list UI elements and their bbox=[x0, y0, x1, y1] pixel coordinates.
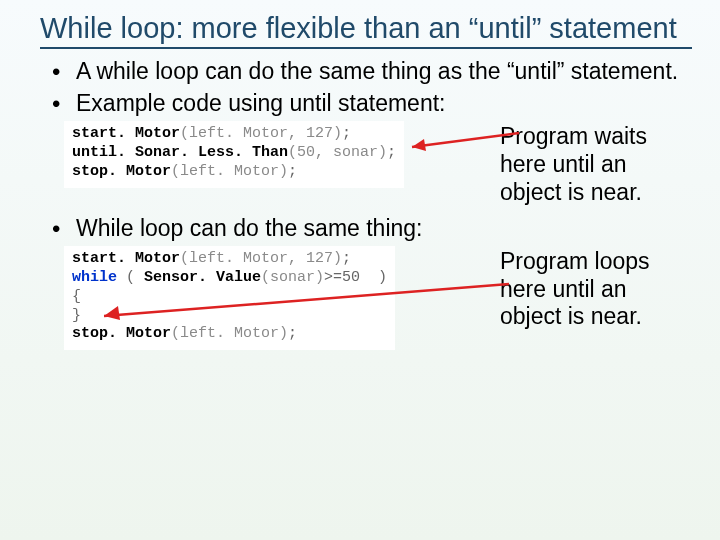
code-token: (50, sonar) bbox=[288, 144, 387, 161]
code-token: (left. Motor) bbox=[171, 325, 288, 342]
code-token: ; bbox=[387, 144, 396, 161]
bullet-list: A while loop can do the same thing as th… bbox=[40, 57, 692, 117]
code-token: ; bbox=[342, 125, 351, 142]
bullet-1: A while loop can do the same thing as th… bbox=[40, 57, 692, 85]
code-token: Sensor. Value bbox=[144, 269, 261, 286]
code-token: ; bbox=[288, 163, 297, 180]
code-token: start. Motor bbox=[72, 125, 180, 142]
code-token: ) bbox=[369, 269, 387, 286]
code-token: until. Sonar. Less. Than bbox=[72, 144, 288, 161]
code-token: (left. Motor, 127) bbox=[180, 250, 342, 267]
code-token: stop. Motor bbox=[72, 325, 171, 342]
example-2-row: start. Motor(left. Motor, 127); while ( … bbox=[64, 246, 692, 350]
annotation-2: Program loops here until an object is ne… bbox=[492, 246, 692, 331]
example-1-row: start. Motor(left. Motor, 127); until. S… bbox=[64, 121, 692, 206]
annotation-1: Program waits here until an object is ne… bbox=[492, 121, 692, 206]
code-token: (left. Motor) bbox=[171, 163, 288, 180]
code-token: (sonar) bbox=[261, 269, 324, 286]
code-token: ; bbox=[288, 325, 297, 342]
code-token: while bbox=[72, 269, 117, 286]
while-code-block: start. Motor(left. Motor, 127); while ( … bbox=[64, 246, 395, 350]
code-token: >=50 bbox=[324, 269, 369, 286]
code-token: (left. Motor, 127) bbox=[180, 125, 342, 142]
code-token: } bbox=[72, 307, 81, 324]
code-token: ( bbox=[117, 269, 144, 286]
until-code-block: start. Motor(left. Motor, 127); until. S… bbox=[64, 121, 404, 187]
code-token: { bbox=[72, 288, 81, 305]
bullet-2: Example code using until statement: bbox=[40, 89, 692, 117]
bullet-list-2: While loop can do the same thing: bbox=[40, 214, 692, 242]
bullet-3: While loop can do the same thing: bbox=[40, 214, 692, 242]
code-token: start. Motor bbox=[72, 250, 180, 267]
code-token: ; bbox=[342, 250, 351, 267]
code-token: stop. Motor bbox=[72, 163, 171, 180]
svg-marker-1 bbox=[412, 139, 426, 151]
slide-title: While loop: more flexible than an “until… bbox=[40, 12, 692, 49]
